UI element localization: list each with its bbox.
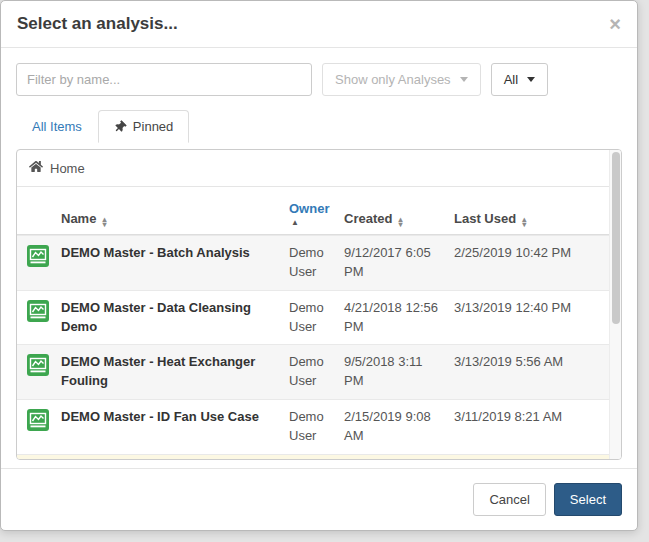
- sort-icon: ▴▾: [522, 217, 526, 227]
- select-button[interactable]: Select: [554, 483, 622, 516]
- show-only-analyses-dropdown[interactable]: Show only Analyses: [322, 63, 481, 96]
- row-created: 9/5/2018 3:11 PM: [344, 353, 454, 391]
- row-last-used: 3/11/2019 8:21 AM: [454, 408, 572, 427]
- sort-ascending-icon: ▲: [291, 218, 299, 227]
- analysis-icon: [27, 245, 51, 270]
- row-owner: Demo User: [289, 408, 344, 446]
- analysis-icon: [27, 409, 51, 434]
- row-owner: Demo User: [289, 244, 344, 282]
- column-header-created[interactable]: Created▴▾: [344, 211, 454, 227]
- scrollbar[interactable]: [609, 150, 621, 459]
- row-last-used: 2/25/2019 10:42 PM: [454, 244, 572, 263]
- scope-dropdown-label: All: [504, 72, 518, 87]
- cancel-button[interactable]: Cancel: [473, 483, 545, 516]
- chevron-down-icon: [527, 77, 535, 82]
- table-row[interactable]: DEMO Master - Process Monitor Demo 4/20/…: [17, 454, 609, 459]
- row-created: 2/15/2019 9:08 AM: [344, 408, 454, 446]
- column-created-label: Created: [344, 211, 392, 226]
- table-header-row: Name▴▾ Owner ▲ Created▴▾ Last Used▴▾: [17, 187, 609, 235]
- table-row[interactable]: DEMO Master - ID Fan Use Case Demo User …: [17, 399, 609, 454]
- column-header-name[interactable]: Name▴▾: [61, 211, 289, 227]
- column-owner-label: Owner: [289, 201, 329, 216]
- tab-all-items-label: All Items: [32, 119, 82, 134]
- sort-icon: ▴▾: [102, 217, 106, 227]
- filter-row: Show only Analyses All: [16, 63, 622, 96]
- analysis-icon: [27, 354, 51, 379]
- row-created: 4/21/2018 12:56 PM: [344, 299, 454, 337]
- tab-bar: All Items Pinned: [16, 110, 622, 143]
- pin-icon: [111, 118, 128, 135]
- breadcrumb[interactable]: Home: [17, 150, 609, 187]
- column-name-label: Name: [61, 211, 96, 226]
- row-last-used: 3/13/2019 5:56 AM: [454, 353, 572, 372]
- tab-pinned-label: Pinned: [133, 119, 173, 134]
- sort-icon: ▴▾: [398, 217, 402, 227]
- row-name: DEMO Master - ID Fan Use Case: [61, 408, 289, 427]
- column-header-last-used[interactable]: Last Used▴▾: [454, 211, 572, 227]
- home-icon: [29, 160, 43, 176]
- row-last-used: 3/13/2019 12:40 PM: [454, 299, 572, 318]
- modal-footer: Cancel Select: [1, 468, 637, 530]
- row-name: DEMO Master - Heat Exchanger Fouling: [61, 353, 289, 391]
- table-body: DEMO Master - Batch Analysis Demo User 9…: [17, 235, 609, 459]
- scope-dropdown[interactable]: All: [491, 63, 548, 96]
- items-panel: Home Name▴▾ Owner ▲ Created▴▾ Last Used▴…: [16, 149, 622, 460]
- items-panel-content: Home Name▴▾ Owner ▲ Created▴▾ Last Used▴…: [17, 150, 609, 459]
- column-last-used-label: Last Used: [454, 211, 516, 226]
- show-only-analyses-label: Show only Analyses: [335, 72, 451, 87]
- row-owner: Demo User: [289, 353, 344, 391]
- close-icon[interactable]: ×: [609, 14, 621, 34]
- filter-by-name-input[interactable]: [16, 63, 312, 96]
- table-row[interactable]: DEMO Master - Heat Exchanger Fouling Dem…: [17, 344, 609, 399]
- scrollbar-thumb[interactable]: [612, 152, 620, 324]
- analysis-icon: [27, 300, 51, 325]
- row-name: DEMO Master - Data Cleansing Demo: [61, 299, 289, 337]
- chevron-down-icon: [460, 77, 468, 82]
- breadcrumb-home-label: Home: [50, 161, 85, 176]
- column-header-owner[interactable]: Owner ▲: [289, 201, 344, 227]
- modal-body: Show only Analyses All All Items Pinned: [1, 48, 637, 468]
- table-row[interactable]: DEMO Master - Data Cleansing Demo Demo U…: [17, 290, 609, 345]
- tab-all-items[interactable]: All Items: [16, 110, 98, 143]
- table-row[interactable]: DEMO Master - Batch Analysis Demo User 9…: [17, 235, 609, 290]
- select-analysis-modal: Select an analysis... × Show only Analys…: [0, 0, 638, 531]
- modal-title: Select an analysis...: [17, 14, 178, 34]
- modal-header: Select an analysis... ×: [1, 1, 637, 48]
- row-created: 9/12/2017 6:05 PM: [344, 244, 454, 282]
- tab-pinned[interactable]: Pinned: [98, 110, 189, 143]
- row-owner: Demo User: [289, 299, 344, 337]
- row-name: DEMO Master - Batch Analysis: [61, 244, 289, 263]
